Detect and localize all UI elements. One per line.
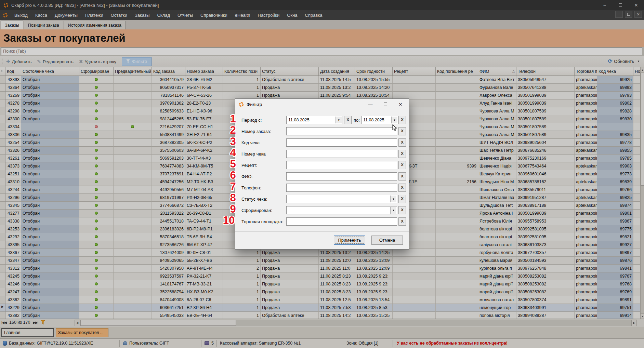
field-input-7[interactable] xyxy=(286,184,397,192)
dialog-separator xyxy=(235,231,409,232)
field-label: Торговая площадка: xyxy=(241,219,283,224)
field-label: ФИО: xyxy=(241,174,253,179)
dialog-field-row: Рецепт:X xyxy=(235,161,409,169)
period-to-combo[interactable]: 11.08.2025▼ xyxy=(361,116,398,124)
field-label: Код чека xyxy=(241,140,260,145)
annotation-number-8: 8 xyxy=(225,192,241,204)
combo-arrow-icon[interactable]: ▼ xyxy=(336,117,342,123)
annotation-number-2: 2 xyxy=(225,124,241,136)
dialog-field-row: Номер чекаX xyxy=(235,150,409,158)
dialog-field-row: Статус чека:▼X xyxy=(235,195,409,203)
field-label: Статус чека: xyxy=(241,197,267,202)
field-input-5[interactable] xyxy=(286,161,397,169)
combo-arrow-icon[interactable]: ▼ xyxy=(390,207,396,214)
filter-dialog: Фильтр — ✕ Период с:11.08.2025▼Xпо:11.08… xyxy=(235,98,409,250)
field-clear-button[interactable]: X xyxy=(398,127,406,135)
dialog-field-row: Телефон:X xyxy=(235,184,409,192)
annotation-number-10: 10 xyxy=(221,214,237,227)
field-clear-button[interactable]: X xyxy=(398,195,406,203)
dialog-close-icon[interactable]: ✕ xyxy=(393,99,408,110)
period-from-clear-button[interactable]: X xyxy=(344,116,352,124)
dialog-field-row: ФИО:X xyxy=(235,172,409,180)
field-label: Номер заказа: xyxy=(241,129,271,134)
field-combo-9[interactable]: ▼ xyxy=(286,206,397,214)
period-to-label: по: xyxy=(354,118,360,123)
field-input-2[interactable] xyxy=(286,127,397,135)
field-input-3[interactable] xyxy=(286,138,397,147)
annotation-number-9: 9 xyxy=(225,203,241,215)
dialog-field-row: Сформирован:▼X xyxy=(235,206,409,214)
field-input-4[interactable] xyxy=(286,150,397,158)
annotation-number-1: 1 xyxy=(225,113,241,125)
period-to-combo-value: 11.08.2025 xyxy=(363,118,384,122)
field-clear-button[interactable]: X xyxy=(398,217,406,226)
field-label: Период с: xyxy=(241,118,262,123)
period-to-clear-button[interactable]: X xyxy=(398,116,406,124)
annotation-number-4: 4 xyxy=(225,147,241,159)
field-label: Рецепт: xyxy=(241,163,257,168)
field-clear-button[interactable]: X xyxy=(398,138,406,147)
field-input-6[interactable] xyxy=(286,172,397,180)
field-clear-button[interactable]: X xyxy=(398,184,406,192)
annotation-number-6: 6 xyxy=(225,169,241,182)
field-label: Сформирован: xyxy=(241,208,272,213)
annotation-number-3: 3 xyxy=(225,135,241,148)
field-clear-button[interactable]: X xyxy=(398,206,406,214)
field-label: Номер чека xyxy=(241,151,266,157)
app-window: Скарб pro v. 4.0.2.85 [ИД: 4923] - [Апте… xyxy=(0,0,644,348)
cancel-button[interactable]: Отмена xyxy=(371,236,403,245)
field-clear-button[interactable]: X xyxy=(398,150,406,158)
period-from-combo[interactable]: 11.08.2025▼ xyxy=(286,116,342,124)
combo-arrow-icon[interactable]: ▼ xyxy=(390,196,396,202)
combo-arrow-icon[interactable]: ▼ xyxy=(391,117,397,123)
dialog-minimize-icon[interactable]: — xyxy=(363,99,378,110)
dialog-field-row: Торговая площадка:X xyxy=(235,217,409,226)
annotation-number-7: 7 xyxy=(225,180,241,193)
field-clear-button[interactable]: X xyxy=(398,161,406,169)
field-input-10[interactable] xyxy=(286,217,397,226)
dialog-field-row: Период с:11.08.2025▼Xпо:11.08.2025▼X xyxy=(235,116,409,124)
dialog-title: Фильтр xyxy=(247,102,262,107)
apply-button[interactable]: Применить xyxy=(334,236,365,245)
period-from-combo-value: 11.08.2025 xyxy=(288,118,310,122)
dialog-logo-icon xyxy=(239,102,244,107)
dialog-field-row: Код чекаX xyxy=(235,138,409,147)
field-label: Телефон: xyxy=(241,185,261,190)
field-combo-8[interactable]: ▼ xyxy=(286,195,397,203)
dialog-maximize-icon[interactable] xyxy=(378,99,393,110)
annotation-number-5: 5 xyxy=(225,158,241,170)
dialog-field-row: Номер заказа:X xyxy=(235,127,409,135)
dialog-title-bar: Фильтр — ✕ xyxy=(235,99,409,110)
field-clear-button[interactable]: X xyxy=(398,172,406,180)
mouse-cursor xyxy=(392,124,397,133)
